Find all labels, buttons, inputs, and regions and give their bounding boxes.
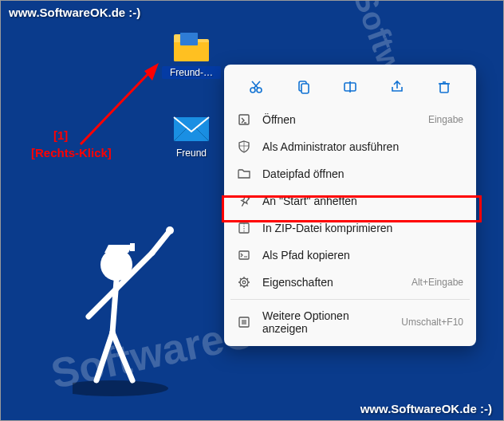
menu-label: Als Administrator ausführen	[262, 140, 463, 153]
menu-shortcut: Alt+Eingabe	[411, 277, 463, 288]
open-icon	[237, 112, 251, 127]
svg-rect-12	[440, 84, 448, 92]
mail-icon	[172, 112, 211, 144]
svg-rect-19	[239, 251, 249, 259]
desktop-icon-label: Freund	[162, 148, 221, 159]
svg-point-26	[73, 380, 168, 396]
zip-icon	[237, 221, 251, 235]
svg-point-35	[166, 226, 174, 234]
context-menu-toolbar	[229, 69, 471, 106]
svg-line-29	[112, 281, 116, 332]
folder-open-icon	[237, 167, 251, 181]
svg-rect-9	[301, 84, 309, 93]
stickman-figure	[73, 221, 200, 396]
svg-point-21	[242, 281, 246, 284]
shield-icon	[237, 140, 251, 154]
svg-marker-3	[144, 63, 159, 81]
share-icon[interactable]	[383, 74, 411, 100]
desktop-mail-icon[interactable]: Freund	[162, 112, 221, 159]
annotation-step1: [1]	[53, 128, 68, 142]
svg-point-27	[100, 249, 132, 281]
menu-open-file-location[interactable]: Dateipfad öffnen	[229, 160, 471, 187]
annotation-step1-text: [Rechts-Klick]	[31, 146, 112, 159]
menu-separator	[230, 299, 470, 300]
annotation-arrow	[73, 57, 168, 152]
menu-copy-as-path[interactable]: Als Pfad kopieren	[229, 242, 471, 269]
svg-line-34	[152, 233, 168, 253]
svg-line-2	[81, 68, 154, 144]
desktop-folder-icon[interactable]: Freund-…	[162, 31, 221, 79]
url-top-text: www.SoftwareOK.de :-)	[9, 6, 140, 19]
menu-shortcut: Umschalt+F10	[401, 317, 463, 328]
more-options-icon	[237, 315, 251, 329]
menu-run-as-admin[interactable]: Als Administrator ausführen	[229, 133, 471, 160]
menu-show-more-options[interactable]: Weitere Optionen anzeigen Umschalt+F10	[229, 303, 471, 341]
svg-line-32	[89, 289, 116, 317]
desktop-icon-label: Freund-…	[162, 66, 221, 79]
menu-label: Öffnen	[262, 113, 422, 126]
menu-label: Dateipfad öffnen	[262, 167, 463, 180]
svg-rect-0	[180, 33, 198, 45]
menu-shortcut: Eingabe	[428, 114, 463, 125]
menu-open[interactable]: Öffnen Eingabe	[229, 106, 471, 133]
cut-icon[interactable]	[242, 74, 270, 100]
copy-path-icon	[237, 248, 251, 262]
menu-compress-zip[interactable]: In ZIP-Datei komprimieren	[229, 214, 471, 242]
menu-properties[interactable]: Eigenschaften Alt+Eingabe	[229, 269, 471, 296]
folder-icon	[172, 31, 211, 63]
menu-pin-to-start[interactable]: An "Start" anheften	[229, 187, 471, 214]
properties-icon	[237, 275, 251, 289]
pin-icon	[237, 194, 251, 208]
svg-line-33	[116, 253, 152, 289]
menu-label: An "Start" anheften	[262, 195, 463, 207]
menu-label: In ZIP-Datei komprimieren	[262, 222, 463, 234]
menu-label: Eigenschaften	[262, 276, 405, 289]
url-bottom-text: www.SoftwareOK.de :-)	[360, 402, 492, 415]
copy-icon[interactable]	[289, 74, 317, 100]
svg-rect-28	[130, 243, 135, 251]
delete-icon[interactable]	[430, 74, 459, 100]
svg-line-30	[96, 332, 112, 380]
rename-icon[interactable]	[336, 74, 364, 100]
context-menu: Öffnen Eingabe Als Administrator ausführ…	[224, 65, 476, 346]
svg-line-31	[112, 332, 132, 380]
menu-label: Als Pfad kopieren	[262, 249, 463, 262]
menu-label: Weitere Optionen anzeigen	[262, 309, 395, 335]
